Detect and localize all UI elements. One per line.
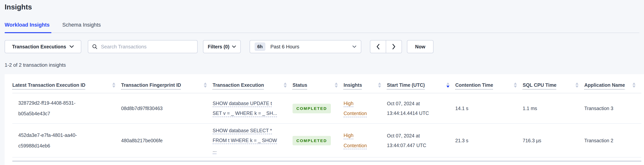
time-range-badge: 6h: [254, 42, 266, 51]
column-header-start-time[interactable]: Start Time (UTC): [387, 82, 425, 88]
column-header-sql-cpu-time[interactable]: SQL CPU Time: [523, 82, 556, 88]
insight-link[interactable]: High Contention: [344, 130, 370, 150]
chevron-left-icon: [376, 44, 380, 49]
application-name-value: Transaction 2: [584, 138, 614, 143]
transaction-execution-link[interactable]: SHOW database UPDATE t SET v = _ WHERE k…: [212, 98, 279, 118]
sort-icon[interactable]: [374, 83, 381, 88]
time-range-nav: [370, 40, 402, 53]
column-header-insights[interactable]: Insights: [344, 82, 362, 88]
time-range-picker[interactable]: 6h Past 6 Hours: [250, 40, 361, 53]
page-title: Insights: [4, 0, 644, 11]
now-button[interactable]: Now: [407, 40, 434, 53]
results-summary: 1-2 of 2 transaction insights: [4, 62, 644, 68]
previous-range-button[interactable]: [370, 40, 386, 53]
table-end-divider: [12, 160, 641, 162]
search-box[interactable]: [88, 40, 198, 53]
column-header-application-name[interactable]: Application Name: [584, 82, 625, 88]
chevron-down-icon: [232, 46, 236, 48]
chevron-down-icon: [70, 45, 74, 48]
column-header-status[interactable]: Status: [292, 82, 307, 88]
start-time-value: Oct 07, 2024 at 13:44:07.447 UTC: [387, 131, 431, 150]
column-header-contention-time[interactable]: Contention Time: [455, 82, 493, 88]
transaction-execution-link[interactable]: SHOW database SELECT * FROM t WHERE k = …: [212, 126, 279, 155]
search-icon: [92, 44, 98, 49]
table-row: 452da3e7-e7fa-4801-aa40-c59988d14eb6 480…: [12, 123, 641, 157]
sql-cpu-time-value: 716.3 µs: [523, 138, 541, 143]
search-input[interactable]: [100, 44, 193, 50]
sort-icon[interactable]: [572, 83, 578, 88]
contention-time-value: 21.3 s: [455, 138, 468, 143]
insights-tabs: Workload Insights Schema Insights: [4, 22, 644, 32]
sql-cpu-time-value: 1.1 ms: [523, 106, 537, 111]
chevron-right-icon: [392, 44, 395, 49]
column-header-transaction-execution[interactable]: Transaction Execution: [212, 82, 264, 88]
status-badge: COMPLETED: [292, 136, 331, 145]
status-badge: COMPLETED: [292, 104, 331, 113]
execution-type-label: Transaction Executions: [12, 44, 66, 50]
application-name-value: Transaction 3: [584, 106, 614, 111]
transaction-insights-table: Latest Transaction Execution ID Transact…: [12, 74, 641, 157]
fingerprint-id-value: 480a8b217be006fe: [121, 138, 163, 143]
time-range-label: Past 6 Hours: [270, 44, 299, 50]
insight-link[interactable]: High Contention: [344, 98, 370, 118]
table-row: 328729d2-ff19-4408-8531-b05a5b4e43c7 08d…: [12, 93, 641, 123]
toolbar: Transaction Executions Filters (0) 6h Pa…: [4, 40, 644, 53]
sort-icon[interactable]: [510, 83, 517, 88]
insights-table-card: Latest Transaction Execution ID Transact…: [4, 74, 644, 165]
sort-icon[interactable]: [280, 83, 287, 88]
execution-type-dropdown[interactable]: Transaction Executions: [4, 40, 81, 53]
filters-label: Filters (0): [208, 44, 230, 50]
sort-icon-active-desc[interactable]: [442, 83, 450, 88]
sort-icon[interactable]: [331, 83, 338, 88]
tab-divider: [4, 32, 640, 33]
active-tab-indicator: [4, 32, 52, 33]
chevron-down-icon: [352, 46, 356, 48]
execution-id-value: 452da3e7-e7fa-4801-aa40-c59988d14eb6: [18, 130, 83, 151]
sort-icon[interactable]: [108, 83, 115, 88]
sort-icon[interactable]: [628, 83, 636, 88]
next-range-button[interactable]: [386, 40, 402, 53]
execution-id-value: 328729d2-ff19-4408-8531-b05a5b4e43c7: [18, 98, 83, 119]
sort-icon[interactable]: [200, 83, 207, 88]
column-header-latest-execution-id[interactable]: Latest Transaction Execution ID: [12, 82, 85, 88]
tab-schema-insights[interactable]: Schema Insights: [62, 22, 101, 32]
start-time-value: Oct 07, 2024 at 13:44:14.4414 UTC: [387, 99, 431, 118]
table-header-row: Latest Transaction Execution ID Transact…: [12, 74, 641, 93]
contention-time-value: 14.1 s: [455, 106, 468, 111]
fingerprint-id-value: 08d8b7d97f830463: [121, 106, 163, 111]
tab-workload-insights[interactable]: Workload Insights: [4, 22, 50, 32]
filters-button[interactable]: Filters (0): [203, 40, 241, 53]
column-header-fingerprint-id[interactable]: Transaction Fingerprint ID: [121, 82, 181, 88]
